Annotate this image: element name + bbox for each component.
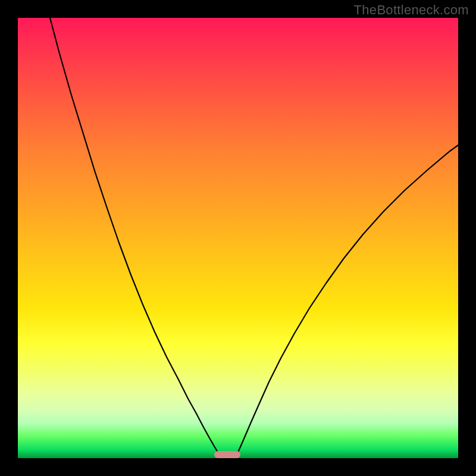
curve-layer [18, 18, 458, 458]
left-curve [50, 18, 218, 452]
watermark-text: TheBottleneck.com [354, 2, 469, 18]
right-curve [238, 145, 458, 452]
baseline-marker [214, 451, 240, 458]
chart-frame: TheBottleneck.com [0, 0, 476, 476]
plot-area [18, 18, 458, 458]
